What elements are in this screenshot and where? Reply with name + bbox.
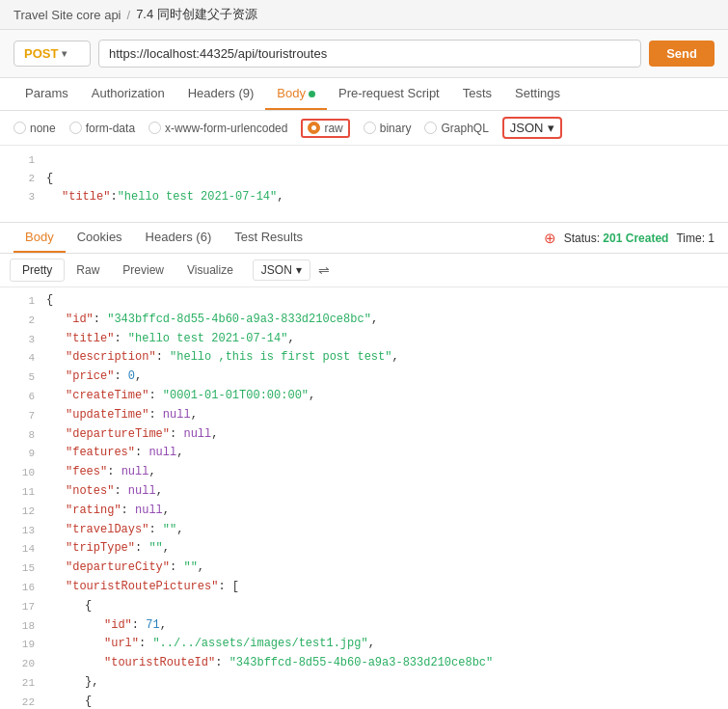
tab-authorization[interactable]: Authorization	[80, 78, 176, 110]
tab-settings[interactable]: Settings	[503, 78, 572, 110]
json-type-select[interactable]: JSON ▾	[502, 117, 562, 139]
radio-formdata[interactable]: form-data	[69, 122, 135, 135]
resp-line-4: 4 "description": "hello ,this is first p…	[0, 348, 728, 368]
resp-line-15: 15 "departureCity": "",	[0, 559, 728, 578]
radio-raw[interactable]: raw	[301, 119, 349, 138]
resp-line-8: 8 "departureTime": null,	[0, 425, 728, 445]
request-tabs: Params Authorization Headers (9) Body Pr…	[0, 78, 728, 111]
json-format-chevron: ▾	[296, 263, 302, 277]
view-tab-raw[interactable]: Raw	[65, 259, 111, 281]
status-value: 201 Created	[603, 232, 668, 245]
resp-line-14: 14 "tripType": "",	[0, 539, 728, 559]
url-bar-area: POST ▾ Send	[0, 30, 728, 78]
body-type-row: none form-data x-www-form-urlencoded raw…	[0, 111, 728, 146]
req-line-num-2: 2	[8, 170, 35, 188]
request-body-editor[interactable]: 1 2 { 3 "title":"hello test 2021-07-14",	[0, 146, 728, 223]
response-body: 1 { 2 "id": "343bffcd-8d55-4b60-a9a3-833…	[0, 287, 728, 709]
resp-line-17: 17 {	[0, 597, 728, 616]
breadcrumb-app: Travel Site core api	[13, 8, 121, 22]
radio-graphql[interactable]: GraphQL	[424, 122, 488, 135]
time-label: Time: 1	[676, 232, 715, 245]
resp-line-3: 3 "title": "hello test 2021-07-14",	[0, 330, 728, 349]
resp-line-12: 12 "rating": null,	[0, 502, 728, 521]
json-type-chevron: ▾	[548, 121, 554, 135]
resp-line-19: 19 "url": "../../assets/images/test1.jpg…	[0, 635, 728, 654]
status-area: ⊕ Status: 201 Created Time: 1	[544, 230, 715, 247]
tab-headers[interactable]: Headers (9)	[176, 78, 266, 110]
view-tabs-bar: Pretty Raw Preview Visualize JSON ▾ ⇌	[0, 254, 728, 287]
view-tab-preview[interactable]: Preview	[111, 259, 175, 281]
method-label: POST	[24, 46, 58, 61]
radio-binary-circle	[364, 122, 376, 134]
status-label: Status: 201 Created	[564, 232, 669, 245]
body-dot	[309, 91, 315, 97]
tab-tests[interactable]: Tests	[451, 78, 503, 110]
breadcrumb-separator: /	[127, 8, 131, 22]
resp-line-1: 1 {	[0, 291, 728, 311]
req-line-2: 2 {	[0, 170, 728, 188]
radio-raw-circle	[308, 122, 320, 134]
resp-line-2: 2 "id": "343bffcd-8d55-4b60-a9a3-833d210…	[0, 311, 728, 330]
resp-line-20: 20 "touristRouteId": "343bffcd-8d55-4b60…	[0, 654, 728, 673]
resp-tab-testresults[interactable]: Test Results	[223, 223, 314, 253]
response-tabs-bar: Body Cookies Headers (6) Test Results ⊕ …	[0, 223, 728, 254]
tab-params[interactable]: Params	[13, 78, 80, 110]
resp-line-5: 5 "price": 0,	[0, 368, 728, 387]
resp-line-21: 21 },	[0, 673, 728, 693]
req-line-1: 1	[0, 151, 728, 170]
req-line-num-1: 1	[8, 151, 35, 170]
view-tab-pretty[interactable]: Pretty	[10, 259, 65, 282]
tab-prerequest[interactable]: Pre-request Script	[327, 78, 451, 110]
radio-none-circle	[13, 122, 26, 134]
resp-line-16: 16 "touristRoutePictures": [	[0, 578, 728, 597]
req-line-3: 3 "title":"hello test 2021-07-14",	[0, 188, 728, 206]
resp-line-9: 9 "features": null,	[0, 444, 728, 463]
resp-line-18: 18 "id": 71,	[0, 616, 728, 636]
resp-line-11: 11 "notes": null,	[0, 482, 728, 502]
breadcrumb-current: 7.4 同时创建父子资源	[136, 6, 257, 23]
resp-tab-body[interactable]: Body	[13, 223, 66, 253]
url-input[interactable]	[98, 40, 641, 68]
radio-urlencoded[interactable]: x-www-form-urlencoded	[148, 122, 287, 135]
json-format-select[interactable]: JSON ▾	[253, 259, 310, 281]
radio-none[interactable]: none	[13, 122, 56, 135]
json-format-label: JSON	[261, 263, 292, 277]
resp-line-13: 13 "travelDays": "",	[0, 521, 728, 540]
resp-tab-cookies[interactable]: Cookies	[66, 223, 134, 253]
radio-binary[interactable]: binary	[364, 122, 412, 135]
send-button[interactable]: Send	[649, 41, 715, 67]
tab-body[interactable]: Body	[265, 78, 327, 110]
view-tab-visualize[interactable]: Visualize	[175, 259, 245, 281]
req-line-num-3: 3	[8, 188, 35, 206]
json-type-label: JSON	[510, 121, 544, 135]
resp-line-6: 6 "createTime": "0001-01-01T00:00:00",	[0, 387, 728, 406]
resp-tab-headers[interactable]: Headers (6)	[134, 223, 224, 253]
radio-formdata-circle	[69, 122, 82, 134]
method-select[interactable]: POST ▾	[13, 41, 91, 67]
resp-line-10: 10 "fees": null,	[0, 463, 728, 482]
radio-graphql-circle	[424, 122, 437, 134]
status-icon: ⊕	[544, 230, 556, 247]
resp-line-7: 7 "updateTime": null,	[0, 406, 728, 425]
breadcrumb-bar: Travel Site core api / 7.4 同时创建父子资源	[0, 0, 728, 30]
wrap-icon[interactable]: ⇌	[318, 262, 330, 278]
method-chevron: ▾	[62, 48, 67, 59]
radio-urlencoded-circle	[148, 122, 161, 134]
resp-line-22: 22 {	[0, 693, 728, 709]
